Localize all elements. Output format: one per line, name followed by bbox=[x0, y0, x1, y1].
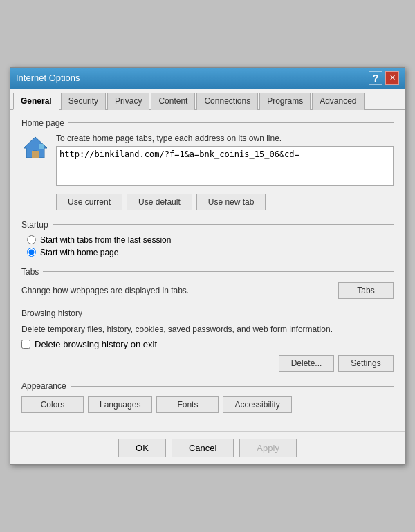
appearance-section: Appearance Colors Languages Fonts Access… bbox=[21, 381, 394, 413]
accessibility-button[interactable]: Accessibility bbox=[223, 396, 291, 413]
internet-options-window: Internet Options ? ✕ General Security Pr… bbox=[10, 67, 405, 466]
use-default-button[interactable]: Use default bbox=[127, 194, 192, 210]
delete-on-exit-row: Delete browsing history on exit bbox=[21, 339, 394, 349]
tab-content-area: Home page To create home page tabs, type… bbox=[10, 110, 405, 432]
tab-privacy[interactable]: Privacy bbox=[107, 93, 149, 110]
tabs-description: Change how webpages are displayed in tab… bbox=[21, 286, 189, 295]
ok-button[interactable]: OK bbox=[118, 439, 166, 457]
tabs-section-header: Tabs bbox=[21, 267, 394, 277]
tabs-row: Change how webpages are displayed in tab… bbox=[21, 282, 394, 299]
appearance-header: Appearance bbox=[21, 381, 394, 391]
delete-button[interactable]: Delete... bbox=[279, 355, 334, 372]
appearance-title: Appearance bbox=[21, 381, 66, 391]
appearance-line bbox=[71, 386, 394, 387]
close-button[interactable]: ✕ bbox=[385, 71, 399, 85]
home-page-buttons: Use current Use default Use new tab bbox=[56, 194, 394, 210]
svg-rect-2 bbox=[39, 144, 44, 149]
title-bar: Internet Options ? ✕ bbox=[10, 68, 405, 89]
startup-option1[interactable]: Start with tabs from the last session bbox=[27, 235, 394, 245]
use-current-button[interactable]: Use current bbox=[56, 194, 122, 210]
startup-option2[interactable]: Start with home page bbox=[27, 248, 394, 257]
home-page-line bbox=[68, 122, 394, 123]
window-title: Internet Options bbox=[16, 73, 80, 83]
history-buttons: Delete... Settings bbox=[21, 355, 394, 372]
tabs-section: Tabs Change how webpages are displayed i… bbox=[21, 267, 394, 299]
svg-rect-1 bbox=[32, 151, 39, 158]
colors-button[interactable]: Colors bbox=[21, 396, 84, 413]
appearance-buttons: Colors Languages Fonts Accessibility bbox=[21, 396, 394, 413]
browsing-history-section: Browsing history Delete temporary files,… bbox=[21, 309, 394, 372]
tab-content[interactable]: Content bbox=[151, 93, 195, 110]
tab-programs[interactable]: Programs bbox=[259, 93, 311, 110]
tabs-section-title: Tabs bbox=[21, 267, 39, 277]
startup-header: Startup bbox=[21, 220, 394, 230]
startup-line bbox=[53, 224, 394, 225]
tabs-button[interactable]: Tabs bbox=[338, 282, 394, 299]
home-page-description: To create home page tabs, type each addr… bbox=[56, 134, 394, 143]
home-page-row: To create home page tabs, type each addr… bbox=[21, 134, 394, 210]
browsing-history-title: Browsing history bbox=[21, 309, 82, 318]
settings-button[interactable]: Settings bbox=[338, 355, 394, 372]
tabs-section-line bbox=[43, 271, 394, 272]
languages-button[interactable]: Languages bbox=[88, 396, 152, 413]
help-button[interactable]: ? bbox=[369, 71, 382, 85]
tab-general[interactable]: General bbox=[13, 93, 59, 110]
home-page-title: Home page bbox=[21, 118, 64, 128]
cancel-button[interactable]: Cancel bbox=[172, 439, 234, 457]
tab-bar: General Security Privacy Content Connect… bbox=[10, 89, 405, 110]
startup-radio2[interactable] bbox=[27, 248, 36, 257]
home-icon bbox=[21, 134, 49, 161]
browsing-history-header: Browsing history bbox=[21, 309, 394, 318]
home-page-header: Home page bbox=[21, 118, 394, 128]
fonts-button[interactable]: Fonts bbox=[156, 396, 219, 413]
tab-advanced[interactable]: Advanced bbox=[312, 93, 364, 110]
delete-on-exit-label: Delete browsing history on exit bbox=[35, 339, 157, 349]
home-page-right: To create home page tabs, type each addr… bbox=[56, 134, 394, 210]
delete-on-exit-checkbox[interactable] bbox=[21, 340, 30, 349]
browsing-history-line bbox=[86, 313, 394, 313]
browsing-history-description: Delete temporary files, history, cookies… bbox=[21, 324, 394, 336]
title-bar-controls: ? ✕ bbox=[369, 71, 399, 85]
home-page-url-input[interactable] bbox=[56, 146, 394, 186]
tab-connections[interactable]: Connections bbox=[196, 93, 258, 110]
apply-button[interactable]: Apply bbox=[239, 439, 297, 457]
startup-section: Startup Start with tabs from the last se… bbox=[21, 220, 394, 257]
startup-option2-label: Start with home page bbox=[40, 248, 118, 257]
startup-option1-label: Start with tabs from the last session bbox=[40, 235, 171, 245]
tab-security[interactable]: Security bbox=[61, 93, 106, 110]
use-new-tab-button[interactable]: Use new tab bbox=[196, 194, 266, 210]
bottom-bar: OK Cancel Apply bbox=[10, 431, 405, 464]
home-page-section: Home page To create home page tabs, type… bbox=[21, 118, 394, 210]
startup-title: Startup bbox=[21, 220, 48, 230]
startup-radio1[interactable] bbox=[27, 235, 36, 244]
startup-radio-group: Start with tabs from the last session St… bbox=[27, 235, 394, 257]
